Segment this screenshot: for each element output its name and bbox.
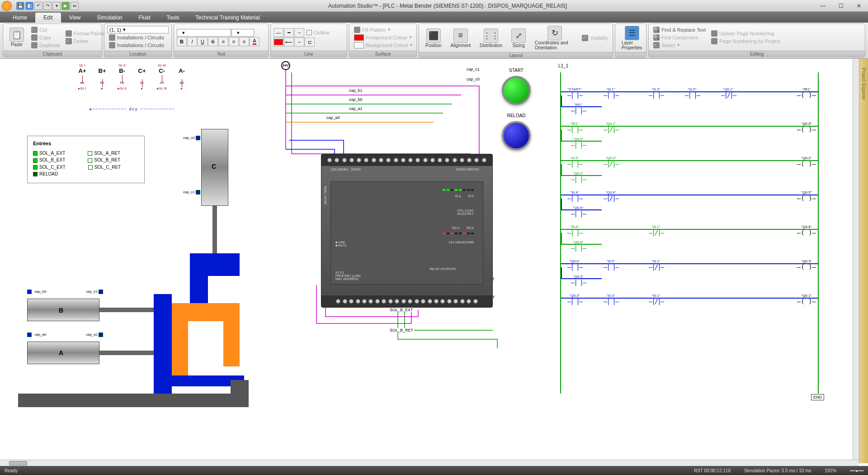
zoom-slider[interactable]: ━━●━━	[850, 468, 863, 473]
app-logo-icon[interactable]	[2, 1, 12, 11]
start-label: START	[502, 68, 531, 73]
installations-button-1[interactable]: Installations / Circuits	[107, 34, 169, 41]
plc-input-terminals	[321, 154, 492, 166]
update-page-button[interactable]: Update Page Numbering	[709, 30, 782, 37]
find-replace-button[interactable]: 🔍Find & Replace Text	[651, 26, 708, 33]
coord-input[interactable]: (1, 1)▾	[107, 26, 169, 33]
start-button[interactable]	[502, 76, 531, 105]
bold-button[interactable]: B	[177, 37, 187, 46]
layer-properties-button[interactable]: ☰Layer Properties	[618, 25, 646, 51]
tab-technical-training[interactable]: Technical Training Material	[188, 13, 268, 23]
tab-home[interactable]: Home	[5, 13, 35, 23]
ladder-contact: "Q0.1"—|∕|—	[604, 122, 618, 133]
line-end-button[interactable]: ⟵	[284, 38, 294, 47]
duplicate-button[interactable]: Duplicate	[29, 42, 62, 49]
sequence-step: Gr III C- c0 ▸Gr III	[152, 63, 172, 90]
qat-step-icon[interactable]: ⏯	[71, 2, 79, 10]
tab-tools[interactable]: Tools	[159, 13, 188, 23]
status-zoom[interactable]: 191%	[825, 468, 836, 473]
strike-button[interactable]: S	[208, 37, 218, 46]
align-left-button[interactable]: ≡	[218, 37, 228, 46]
alignment-button[interactable]: ≡Alignment	[447, 28, 474, 49]
visibility-button[interactable]: 👁Visibility	[580, 34, 610, 42]
reload-button[interactable]	[502, 121, 531, 150]
sequence-step: C+ c1 ▸	[132, 67, 152, 90]
color-swatch-icon	[354, 34, 364, 41]
brush-icon	[66, 30, 72, 37]
eye-icon: 👁	[582, 35, 588, 41]
ladder-rung: "I0.2"—| |—"Q0.3"—|∕|—"Q0.2"—( )—"Q0.2"—…	[558, 152, 821, 170]
terminal	[401, 158, 406, 162]
vertical-scrollbar[interactable]	[853, 59, 859, 460]
delete-button[interactable]: ✕Delete	[64, 38, 108, 45]
cut-button[interactable]: ✂Cut	[29, 26, 62, 33]
ladder-rung: "Q0.6"—| |—"I0.5"—| |—"I0.1"—|∕|—"Q0.3"—…	[558, 255, 821, 273]
qat-btn[interactable]: ▾	[52, 2, 61, 10]
terminal	[423, 158, 428, 162]
tab-view[interactable]: View	[61, 13, 89, 23]
terminal	[428, 299, 432, 304]
installations-button-2[interactable]: Installations / Circuits	[107, 42, 169, 49]
line-weight-button[interactable]: ━	[284, 28, 294, 37]
terminal	[453, 299, 458, 304]
paste-button[interactable]: 📋Paste	[6, 27, 28, 48]
sensor-label: cap_b1	[86, 290, 105, 294]
ladder-contact: "I0.5"—| |—	[604, 259, 618, 271]
page-by-project-button[interactable]: Page Numbering by Project	[709, 38, 782, 45]
qat-save-icon[interactable]: 💾	[16, 2, 24, 10]
terminal	[375, 299, 380, 304]
ladder-diagram: L1_1 "START"—| |—"I0.1"—| |—"I0.3"—| |—"…	[558, 63, 821, 398]
maximize-button[interactable]: ☐	[832, 0, 850, 12]
terminal	[372, 158, 376, 162]
terminal	[356, 299, 360, 304]
position-button[interactable]: ⬛Position	[422, 28, 445, 49]
line-arrow-button[interactable]: →	[294, 28, 304, 37]
line-color-button[interactable]	[274, 38, 283, 47]
underline-button[interactable]: U	[198, 37, 208, 46]
diagram-canvas[interactable]: Gr I A+ a1 ▸Gr I B+ b1 ▸ Gr II B- b0 ▸Gr…	[0, 59, 859, 463]
qat-redo-icon[interactable]: ↷	[43, 2, 52, 10]
fill-pattern-button[interactable]: Fill Pattern ▾	[352, 26, 415, 33]
qat-undo-icon[interactable]: ↶	[34, 2, 42, 10]
sizing-button[interactable]: ⤢Sizing	[508, 28, 529, 49]
tab-simulation[interactable]: Simulation	[89, 13, 131, 23]
outline-check[interactable]: Outline	[305, 28, 331, 37]
sequence-diagram: Gr I A+ a1 ▸Gr I B+ b1 ▸ Gr II B- b0 ▸Gr…	[72, 63, 192, 111]
font-color-button[interactable]: A	[250, 37, 259, 46]
copy-icon	[31, 34, 38, 41]
status-ready: Ready	[5, 468, 18, 473]
project-explorer-tab[interactable]: Project Explorer	[859, 59, 868, 463]
line-dash-button[interactable]: ┄	[294, 38, 304, 47]
align-center-button[interactable]: ≡	[229, 37, 239, 46]
page-icon	[711, 38, 717, 44]
terminal	[453, 158, 457, 162]
reload-label: RELOAD	[502, 113, 531, 118]
horizontal-scrollbar[interactable]	[0, 460, 859, 466]
line-cap-button[interactable]: ⊏	[305, 38, 315, 47]
close-button[interactable]: ✕	[850, 0, 868, 12]
coords-button[interactable]: ↻Coordinates and Orientation	[531, 25, 578, 51]
align-right-button[interactable]: ≡	[239, 37, 249, 46]
terminal	[336, 299, 340, 304]
find-component-button[interactable]: 🔍Find Component	[651, 34, 708, 41]
status-rst: RST 00:00:12.110	[694, 468, 731, 473]
minimize-button[interactable]: —	[814, 0, 832, 12]
terminal	[473, 299, 478, 304]
fg-color-button[interactable]: Foreground Colour ▾	[352, 34, 415, 41]
italic-button[interactable]: I	[187, 37, 197, 46]
ladder-rung: "I0.6"—| |—"I0.1"—|∕|—"Q0.6"—( )—"Q0.6"—…	[558, 220, 821, 238]
terminal	[379, 158, 383, 162]
font-combo[interactable]: ▾	[177, 29, 231, 37]
tab-fluid[interactable]: Fluid	[131, 13, 159, 23]
qat-btn[interactable]: ◧	[25, 2, 33, 10]
font-size-combo[interactable]: ▾	[231, 29, 254, 37]
line-style-button[interactable]: —	[274, 28, 283, 37]
select-button[interactable]: ➤Select ▾	[651, 42, 708, 49]
sequence-step: B+ b1 ▸	[92, 67, 112, 90]
format-painter-button[interactable]: Format Painter	[64, 30, 108, 37]
qat-play-icon[interactable]: ▶	[61, 2, 70, 10]
bg-color-button[interactable]: Background Colour ▾	[352, 42, 415, 49]
tab-edit[interactable]: Edit	[35, 13, 61, 23]
distribution-button[interactable]: ⋮⋮Distribution	[476, 28, 506, 49]
copy-button[interactable]: Copy	[29, 34, 62, 41]
